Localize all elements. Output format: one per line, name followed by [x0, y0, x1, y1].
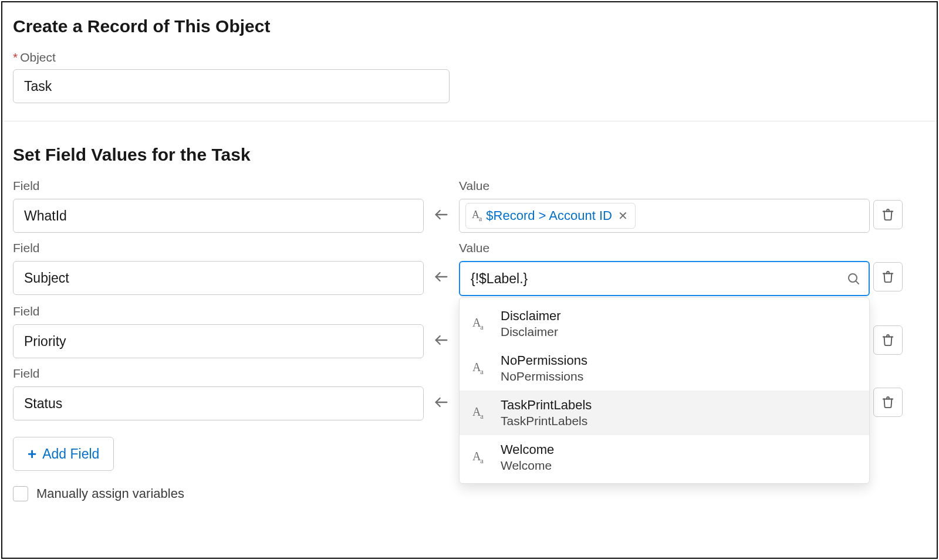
field-col: Field WhatId — [13, 179, 424, 233]
text-icon: Aa — [472, 405, 490, 421]
value-label: Value — [459, 241, 870, 255]
text-icon: Aa — [472, 450, 490, 466]
close-icon[interactable]: ✕ — [617, 209, 629, 223]
manually-assign-row: Manually assign variables — [13, 486, 926, 501]
dropdown-item[interactable]: Aa NoPermissions NoPermissions — [460, 346, 869, 391]
resource-pill[interactable]: Aa $Record > Account ID ✕ — [465, 203, 636, 229]
svg-line-3 — [856, 281, 859, 284]
field-input-subject[interactable]: Subject — [13, 261, 424, 295]
pill-text: $Record > Account ID — [486, 208, 612, 223]
manually-assign-label: Manually assign variables — [36, 486, 184, 501]
trash-icon — [881, 396, 894, 409]
arrow-left-icon — [424, 323, 459, 357]
delete-row-button[interactable] — [873, 325, 903, 355]
label-dropdown: Aa Disclaimer Disclaimer Aa NoPermission… — [459, 297, 870, 484]
value-col: Value {!$Label.} Aa Disclaimer Disclaime… — [459, 241, 870, 296]
manually-assign-checkbox[interactable] — [13, 486, 28, 501]
object-label: *Object — [13, 50, 926, 65]
section-title-values: Set Field Values for the Task — [13, 145, 926, 165]
section-create-record: Create a Record of This Object *Object T… — [2, 2, 937, 109]
field-col: Field Status — [13, 366, 424, 420]
arrow-left-icon — [424, 260, 459, 294]
trash-icon — [881, 270, 894, 283]
delete-row-button[interactable] — [873, 388, 903, 417]
field-col: Field Priority — [13, 304, 424, 358]
value-label: Value — [459, 179, 870, 193]
plus-icon: + — [28, 445, 36, 463]
field-input-priority[interactable]: Priority — [13, 324, 424, 358]
delete-row-button[interactable] — [873, 262, 903, 291]
section-set-field-values: Set Field Values for the Task Field What… — [2, 121, 937, 507]
field-label: Field — [13, 366, 424, 381]
field-label: Field — [13, 179, 424, 193]
dropdown-item[interactable]: Aa Welcome Welcome — [460, 435, 869, 480]
add-field-button[interactable]: + Add Field — [13, 437, 114, 471]
field-label: Field — [13, 304, 424, 318]
object-input[interactable]: Task — [13, 69, 450, 103]
dropdown-item[interactable]: Aa Disclaimer Disclaimer — [460, 301, 869, 346]
required-indicator: * — [13, 50, 18, 64]
field-row: Field WhatId Value Aa $Record > Account … — [13, 179, 926, 233]
field-input-whatid[interactable]: WhatId — [13, 199, 424, 233]
text-icon: Aa — [472, 209, 481, 223]
field-row: Field Subject Value {!$Label.} — [13, 241, 926, 296]
trash-icon — [881, 208, 894, 221]
text-icon: Aa — [472, 316, 490, 332]
section-title-create: Create a Record of This Object — [13, 16, 926, 36]
svg-point-2 — [849, 274, 857, 282]
config-panel: Create a Record of This Object *Object T… — [1, 1, 938, 559]
text-icon: Aa — [472, 361, 490, 376]
value-col: Value Aa $Record > Account ID ✕ — [459, 179, 870, 233]
delete-row-button[interactable] — [873, 200, 903, 229]
value-input-whatid[interactable]: Aa $Record > Account ID ✕ — [459, 199, 870, 233]
value-input-subject[interactable]: {!$Label.} — [459, 261, 870, 296]
search-icon — [846, 271, 860, 286]
arrow-left-icon — [424, 385, 459, 419]
field-col: Field Subject — [13, 241, 424, 295]
field-input-status[interactable]: Status — [13, 386, 424, 420]
dropdown-item[interactable]: Aa TaskPrintLabels TaskPrintLabels — [460, 391, 869, 435]
field-label: Field — [13, 241, 424, 255]
arrow-left-icon — [424, 198, 459, 232]
trash-icon — [881, 334, 894, 347]
